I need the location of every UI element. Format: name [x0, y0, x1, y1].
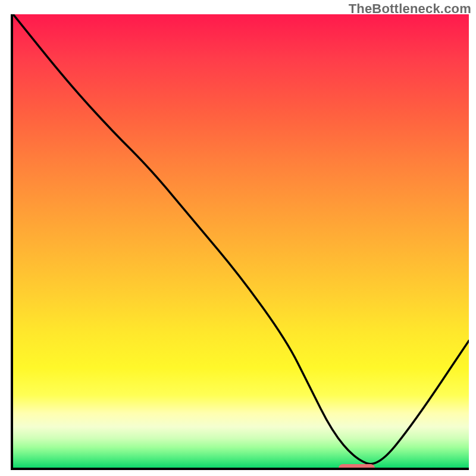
- watermark-text: TheBottleneck.com: [349, 1, 471, 17]
- chart-container: TheBottleneck.com: [0, 0, 476, 476]
- plot-area: [11, 14, 469, 470]
- optimal-marker: [339, 464, 375, 470]
- bottleneck-curve: [13, 14, 469, 468]
